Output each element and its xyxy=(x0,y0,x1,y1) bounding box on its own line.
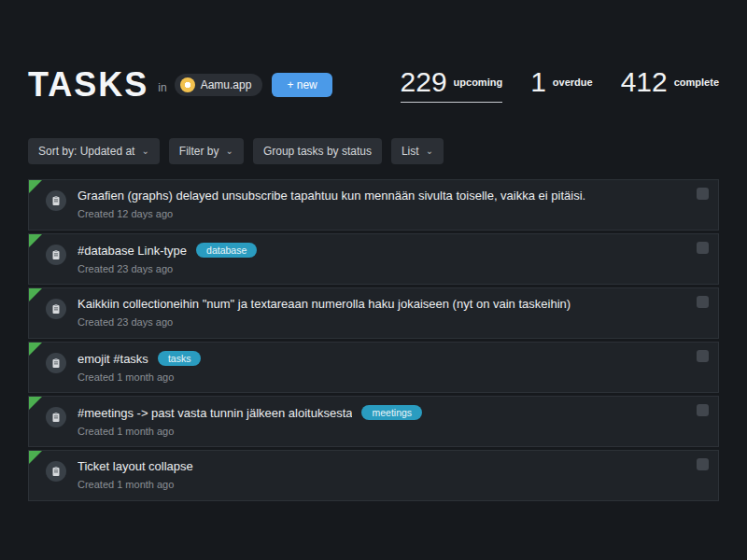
clipboard-icon xyxy=(46,190,66,211)
clipboard-icon xyxy=(46,407,66,427)
task-created: Created 1 month ago xyxy=(78,426,707,437)
task-row[interactable]: #meetings -> past vasta tunnin jälkeen a… xyxy=(28,396,719,447)
sort-by-label: Sort by: Updated at xyxy=(38,145,134,158)
task-checkbox[interactable] xyxy=(697,242,709,254)
chevron-down-icon: ⌄ xyxy=(225,147,233,156)
task-row[interactable]: Graafien (graphs) delayed unsubscribe ta… xyxy=(28,179,719,231)
green-corner-flag-icon xyxy=(29,288,42,301)
green-corner-flag-icon xyxy=(29,397,42,410)
task-title: Kaikkiin collectioneihin "num" ja textar… xyxy=(78,297,571,311)
toolbar: Sort by: Updated at ⌄ Filter by ⌄ Group … xyxy=(28,138,719,164)
green-corner-flag-icon xyxy=(29,180,42,193)
task-title: #meetings -> past vasta tunnin jälkeen a… xyxy=(78,406,352,420)
clipboard-icon xyxy=(46,461,66,482)
task-body: Kaikkiin collectioneihin "num" ja textar… xyxy=(78,297,707,328)
filter-by-button[interactable]: Filter by ⌄ xyxy=(169,138,244,164)
task-tag[interactable]: database xyxy=(196,243,257,258)
task-body: Graafien (graphs) delayed unsubscribe ta… xyxy=(78,189,707,219)
clipboard-icon xyxy=(46,353,66,373)
workspace-logo-icon xyxy=(180,77,195,92)
green-corner-flag-icon xyxy=(29,234,42,247)
task-body: Ticket layout collapse Created 1 month a… xyxy=(78,459,707,490)
chevron-down-icon: ⌄ xyxy=(426,147,433,156)
green-corner-flag-icon xyxy=(29,451,42,464)
page-title: TASKS xyxy=(28,65,148,105)
stat-overdue-label: overdue xyxy=(553,77,593,88)
task-checkbox[interactable] xyxy=(697,458,709,470)
view-mode-label: List xyxy=(402,145,419,158)
clipboard-icon xyxy=(46,299,66,319)
stat-upcoming[interactable]: 229 upcoming xyxy=(401,68,503,103)
task-list: Graafien (graphs) delayed unsubscribe ta… xyxy=(28,179,719,501)
task-body: #database Link-type database Created 23 … xyxy=(78,243,707,274)
chevron-down-icon: ⌄ xyxy=(141,147,148,156)
task-checkbox[interactable] xyxy=(697,404,709,416)
task-row[interactable]: #database Link-type database Created 23 … xyxy=(28,233,719,285)
stat-upcoming-label: upcoming xyxy=(454,77,503,88)
task-checkbox[interactable] xyxy=(697,296,709,308)
task-created: Created 1 month ago xyxy=(78,371,707,383)
group-by-status-label: Group tasks by status xyxy=(263,145,372,158)
in-label: in xyxy=(158,81,166,94)
task-tag[interactable]: tasks xyxy=(158,351,202,366)
task-created: Created 12 days ago xyxy=(78,208,707,219)
task-title: emojit #tasks xyxy=(78,352,148,366)
group-by-status-button[interactable]: Group tasks by status xyxy=(253,138,382,164)
task-row[interactable]: Kaikkiin collectioneihin "num" ja textar… xyxy=(28,287,719,339)
tasks-app: TASKS in Aamu.app + new 229 upcoming 1 o… xyxy=(0,65,747,501)
task-title: Ticket layout collapse xyxy=(78,459,193,473)
page: { "header": { "title": "TASKS", "in_labe… xyxy=(0,0,747,560)
task-checkbox[interactable] xyxy=(697,350,709,362)
clipboard-icon xyxy=(46,245,66,265)
task-stats: 229 upcoming 1 overdue 412 complete xyxy=(401,68,719,103)
new-task-button[interactable]: + new xyxy=(272,73,331,97)
stat-overdue[interactable]: 1 overdue xyxy=(530,68,592,102)
stat-upcoming-value: 229 xyxy=(401,68,447,96)
workspace-selector[interactable]: Aamu.app xyxy=(175,74,263,96)
task-checkbox[interactable] xyxy=(697,188,709,200)
task-created: Created 23 days ago xyxy=(78,263,707,274)
green-corner-flag-icon xyxy=(29,343,42,356)
task-created: Created 1 month ago xyxy=(78,479,707,490)
view-mode-button[interactable]: List ⌄ xyxy=(391,138,444,164)
stat-complete[interactable]: 412 complete xyxy=(621,68,719,102)
filter-by-label: Filter by xyxy=(179,145,219,158)
stat-complete-value: 412 xyxy=(621,68,668,96)
stat-overdue-value: 1 xyxy=(530,68,546,96)
workspace-name: Aamu.app xyxy=(201,78,252,91)
task-title: Graafien (graphs) delayed unsubscribe ta… xyxy=(78,189,585,203)
task-row[interactable]: emojit #tasks tasks Created 1 month ago xyxy=(28,342,719,393)
task-created: Created 23 days ago xyxy=(78,316,707,328)
task-row[interactable]: Ticket layout collapse Created 1 month a… xyxy=(28,450,719,501)
task-body: emojit #tasks tasks Created 1 month ago xyxy=(78,351,707,383)
header: TASKS in Aamu.app + new 229 upcoming 1 o… xyxy=(28,65,719,105)
task-title: #database Link-type xyxy=(78,244,187,258)
stat-complete-label: complete xyxy=(674,77,719,88)
sort-by-button[interactable]: Sort by: Updated at ⌄ xyxy=(28,138,160,164)
task-tag[interactable]: meetings xyxy=(361,405,422,420)
title-group: TASKS in Aamu.app + new xyxy=(28,65,332,105)
task-body: #meetings -> past vasta tunnin jälkeen a… xyxy=(78,405,707,437)
